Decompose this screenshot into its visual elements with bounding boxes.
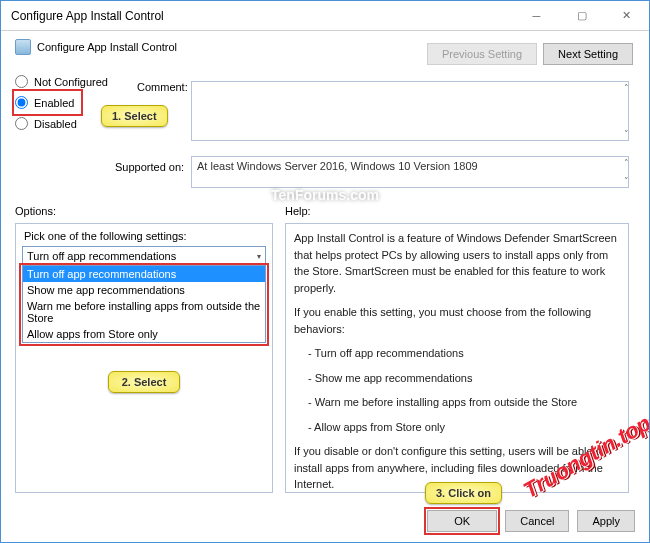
supported-on-label: Supported on: <box>115 161 184 173</box>
titlebar: Configure App Install Control ─ ▢ ✕ <box>1 1 649 31</box>
watermark-tenforums: TenForums.com <box>271 187 379 203</box>
radio-enabled[interactable]: Enabled <box>15 92 80 113</box>
close-button[interactable]: ✕ <box>604 1 649 31</box>
supported-on-text: At least Windows Server 2016, Windows 10… <box>191 156 629 188</box>
cancel-button[interactable]: Cancel <box>505 510 569 532</box>
comment-label: Comment: <box>137 81 188 93</box>
supported-scroll-up-icon[interactable]: ˄ <box>624 158 629 168</box>
help-bullet-2: - Show me app recommendations <box>294 370 620 387</box>
minimize-button[interactable]: ─ <box>514 1 559 31</box>
comment-scroll-down-icon[interactable]: ˅ <box>624 129 629 139</box>
dialog-button-row: OK Cancel Apply <box>427 510 635 532</box>
radio-enabled-label: Enabled <box>34 97 74 109</box>
radio-disabled-input[interactable] <box>15 117 28 130</box>
options-panel: Pick one of the following settings: Turn… <box>15 223 273 493</box>
comment-scroll-up-icon[interactable]: ˄ <box>624 83 629 93</box>
policy-icon <box>15 39 31 55</box>
nav-buttons: Previous Setting Next Setting <box>427 43 633 65</box>
callout-1-select: 1. Select <box>101 105 168 127</box>
radio-not-configured-label: Not Configured <box>34 76 108 88</box>
help-para-2: If you enable this setting, you must cho… <box>294 304 620 337</box>
callout-2-select: 2. Select <box>108 371 180 393</box>
pick-one-label: Pick one of the following settings: <box>16 224 272 246</box>
help-label: Help: <box>285 205 311 217</box>
radio-enabled-input[interactable] <box>15 96 28 109</box>
ok-button[interactable]: OK <box>427 510 497 532</box>
help-para-1: App Install Control is a feature of Wind… <box>294 230 620 296</box>
help-panel: App Install Control is a feature of Wind… <box>285 223 629 493</box>
dialog-window: Configure App Install Control ─ ▢ ✕ Conf… <box>0 0 650 543</box>
callout-3-click: 3. Click on <box>425 482 502 504</box>
comment-textarea[interactable] <box>191 81 629 141</box>
dialog-title: Configure App Install Control <box>37 41 177 53</box>
dropdown-item-warn-me[interactable]: Warn me before installing apps from outs… <box>23 298 265 326</box>
apply-button[interactable]: Apply <box>577 510 635 532</box>
help-bullet-1: - Turn off app recommendations <box>294 345 620 362</box>
radio-disabled-label: Disabled <box>34 118 77 130</box>
help-bullet-3: - Warn me before installing apps from ou… <box>294 394 620 411</box>
help-bullet-4: - Allow apps from Store only <box>294 419 620 436</box>
settings-dropdown-list: Turn off app recommendations Show me app… <box>22 266 266 343</box>
settings-dropdown[interactable]: Turn off app recommendations ▾ <box>22 246 266 266</box>
maximize-button[interactable]: ▢ <box>559 1 604 31</box>
dropdown-item-turn-off[interactable]: Turn off app recommendations <box>23 266 265 282</box>
dropdown-item-store-only[interactable]: Allow apps from Store only <box>23 326 265 342</box>
window-title: Configure App Install Control <box>11 9 514 23</box>
radio-not-configured-input[interactable] <box>15 75 28 88</box>
chevron-down-icon: ▾ <box>257 252 261 261</box>
supported-scroll-down-icon[interactable]: ˅ <box>624 176 629 186</box>
dropdown-item-show-me[interactable]: Show me app recommendations <box>23 282 265 298</box>
next-setting-button[interactable]: Next Setting <box>543 43 633 65</box>
settings-dropdown-value: Turn off app recommendations <box>27 250 176 262</box>
previous-setting-button[interactable]: Previous Setting <box>427 43 537 65</box>
options-label: Options: <box>15 205 56 217</box>
